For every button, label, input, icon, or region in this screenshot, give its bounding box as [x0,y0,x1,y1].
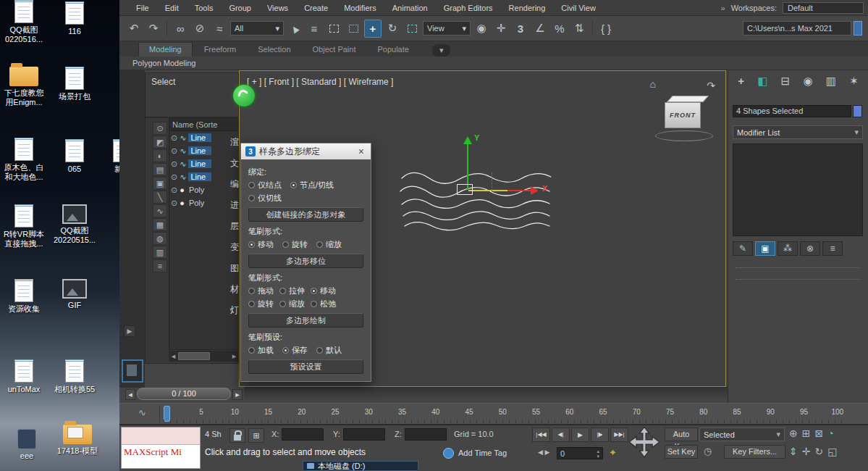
radio-move2[interactable]: 移动 [311,285,336,296]
add-time-tag-icon[interactable] [443,448,454,459]
snaps-toggle-icon[interactable]: 3 [512,20,529,38]
polygon-paint-button[interactable]: 多边形绘制 [248,313,363,328]
frame-back-icon[interactable]: ◂ [125,389,135,400]
angle-snap-icon[interactable]: ∠ [531,20,549,38]
visibility-icon[interactable]: ⊙ [171,172,177,182]
create-linked-polygon-button[interactable]: 创建链接的多边形对象 [248,207,363,222]
open-folder-icon[interactable] [854,21,862,36]
menu-civil-view[interactable]: Civil View [553,4,603,12]
desktop-icon[interactable]: 相机转换55 [52,359,97,394]
visibility-icon[interactable]: ⊙ [171,199,177,208]
modifier-list-dropdown[interactable]: Modifier List ▾ [733,125,863,139]
gizmo-y-axis[interactable] [467,143,468,190]
window-crossing-icon[interactable] [345,20,362,38]
explorer-icon-shapes[interactable]: ╲ [153,191,167,204]
bind-to-space-warp-icon[interactable]: ≈ [211,20,228,38]
select-and-link-icon[interactable]: ∞ [172,20,189,38]
desktop-icon[interactable]: 065 [52,139,97,174]
explorer-icon-settings[interactable]: ≡ [153,259,167,272]
plugin-logo-icon[interactable] [233,85,255,107]
menu-graph-editors[interactable]: Graph Editors [436,4,501,12]
explorer-icon-layers[interactable]: ◩ [153,136,167,149]
motion-tab-icon[interactable]: ◉ [803,75,812,88]
remove-modifier-icon[interactable]: ⊗ [800,241,820,256]
radio-move[interactable]: 移动 [248,239,274,250]
go-to-start-icon[interactable]: |◀◀ [532,428,550,442]
menu-modifiers[interactable]: Modifiers [336,4,384,12]
time-slider-track[interactable] [244,387,728,401]
selection-lock-icon[interactable] [229,428,245,443]
explorer-column-header[interactable]: Name (Sorte [169,119,238,131]
desktop-icon[interactable]: 下七度教您用Enigm... [1,67,46,107]
pin-stack-icon[interactable]: ✎ [733,241,753,256]
ribbon-options-dropdown[interactable]: ▾ [432,44,451,57]
radio-scale[interactable]: 缩放 [316,239,342,250]
object-name-field[interactable]: 4 Shapes Selected [733,105,851,117]
z-coord-field[interactable] [405,428,447,441]
desktop-icon[interactable]: 116 [52,1,97,36]
zoom-all-icon[interactable]: ⊞ [802,428,811,439]
spinner-snap-icon[interactable]: ⇅ [570,20,588,38]
maxscript-mini-listener[interactable]: MAXScript Mi [121,427,201,469]
desktop-icon[interactable]: 原木色、白和大地色... [1,138,46,182]
scroll-left-icon[interactable]: ◂ [169,351,178,361]
undo-button[interactable]: ↶ [125,20,143,38]
pan-icon[interactable]: ✛ [802,446,811,457]
explorer-icon-helpers[interactable]: ▣ [153,177,167,190]
menu-edit[interactable]: Edit [157,4,187,12]
select-object-icon[interactable]: ▲ [282,16,307,41]
rollout-separator[interactable] [736,267,860,268]
explorer-icon-materials[interactable]: ▥ [153,246,167,259]
desktop-icon[interactable]: eee [4,429,49,461]
explorer-row[interactable]: ⊙∿Line [169,170,238,183]
desktop-icon[interactable]: 场景打包 [52,67,97,101]
radio-rotate[interactable]: 旋转 [282,239,308,250]
key-mode-icon[interactable]: ◷ [704,446,712,457]
add-time-tag-label[interactable]: Add Time Tag [458,449,507,457]
track-bar[interactable]: ∿ 510 1520 2530 3540 4550 5560 6570 7580… [119,403,868,425]
next-frame-icon[interactable]: |▶ [591,428,609,442]
mini-curve-editor-icon[interactable]: ∿ [138,407,146,418]
highlighted-tool-button[interactable] [122,359,143,383]
frame-forward-icon[interactable]: ▸ [232,389,243,400]
ribbon-select-panel[interactable]: Select [145,72,239,117]
set-key-button[interactable]: Set Key [665,445,698,459]
visibility-icon[interactable]: ⊙ [171,133,177,143]
gizmo-x-axis[interactable] [507,190,532,191]
visibility-icon[interactable]: ⊙ [171,186,177,195]
polygon-shift-button[interactable]: 多边形移位 [248,254,363,268]
explorer-row[interactable]: ⊙∿Line [169,131,238,144]
percent-snap-icon[interactable]: % [551,20,568,38]
explorer-icon-display[interactable]: ⊙ [153,122,167,135]
visibility-icon[interactable]: ⊙ [171,159,177,169]
show-end-result-icon[interactable]: ▣ [755,241,775,256]
close-icon[interactable]: × [356,146,366,157]
menu-create[interactable]: Create [296,4,336,12]
explorer-row[interactable]: ⊙∿Line [169,144,238,157]
explorer-icon-lights[interactable]: ◐ [153,149,167,162]
absolute-mode-icon[interactable]: ⊞ [248,428,264,443]
radio-save[interactable]: 保存 [282,345,308,356]
viewcube[interactable]: FRONT [665,96,705,141]
viewcube-home-icon[interactable]: ⌂ [650,78,656,90]
modifier-stack[interactable] [733,143,863,236]
explorer-row[interactable]: ⊙●Poly [169,196,238,209]
key-icon[interactable]: ✦ [609,447,617,458]
key-filters-button[interactable]: Key Filters... [724,445,785,459]
explorer-row[interactable]: ⊙●Poly [169,183,238,196]
explorer-icon-geometry[interactable]: ▦ [153,218,167,231]
explorer-icon-cameras[interactable]: ▤ [153,163,167,176]
desktop-icon[interactable]: QQ截图0220516... [1,0,46,44]
object-color-swatch[interactable] [853,105,862,117]
tab-selection[interactable]: Selection [248,43,300,57]
desktop-icon[interactable]: 资源收集 [1,279,46,314]
maximize-viewport-toggle-icon[interactable]: ◱ [827,446,837,457]
display-tab-icon[interactable]: ▥ [826,75,836,88]
scroll-thumb[interactable] [178,352,210,360]
tab-object-paint[interactable]: Object Paint [303,43,366,57]
time-slider[interactable]: 0 / 100 [137,388,231,400]
y-coord-field[interactable] [343,428,385,441]
panel-expand-arrow[interactable]: ▶ [124,325,135,337]
select-and-scale-icon[interactable] [403,20,421,38]
radio-rotate2[interactable]: 旋转 [248,299,274,309]
